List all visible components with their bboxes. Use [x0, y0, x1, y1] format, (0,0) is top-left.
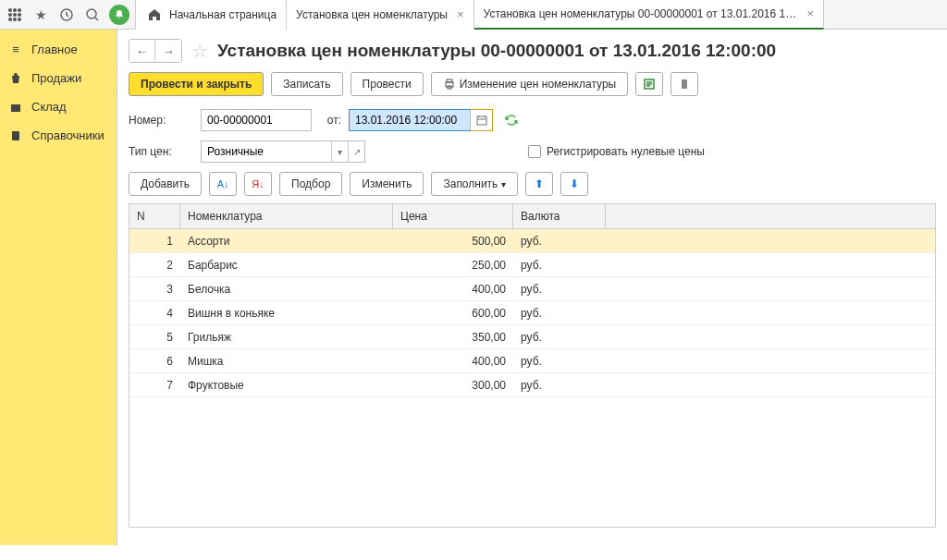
cell-n: 1: [129, 235, 180, 248]
svg-point-1: [13, 8, 17, 12]
save-button[interactable]: Записать: [271, 72, 342, 96]
cell-currency: руб.: [513, 283, 606, 296]
cell-price: 350,00: [393, 331, 513, 344]
svg-point-10: [87, 9, 96, 18]
cell-nom: Ассорти: [180, 235, 393, 248]
table-row[interactable]: 2Барбарис250,00руб.: [129, 253, 935, 277]
cell-n: 2: [129, 259, 180, 272]
col-currency[interactable]: Валюта: [513, 204, 606, 228]
cell-price: 250,00: [393, 259, 513, 272]
pricetype-input[interactable]: [202, 141, 331, 162]
cell-currency: руб.: [513, 355, 606, 368]
attach-button[interactable]: [670, 72, 698, 96]
cell-n: 5: [129, 331, 180, 344]
svg-rect-12: [12, 131, 19, 140]
cell-n: 3: [129, 283, 180, 296]
sidebar-item-warehouse[interactable]: Склад: [0, 92, 117, 121]
sidebar-item-label: Главное: [31, 43, 78, 56]
main-content: ← → ☆ Установка цен номенклатуры 00-0000…: [117, 30, 947, 545]
sort-asc-button[interactable]: А↓: [209, 172, 237, 196]
col-nom[interactable]: Номенклатура: [180, 204, 393, 228]
back-button[interactable]: ←: [129, 40, 155, 62]
forward-button[interactable]: →: [155, 40, 181, 62]
table-row[interactable]: 7Фруктовые300,00руб.: [129, 373, 935, 397]
number-input[interactable]: [201, 109, 312, 131]
svg-point-4: [13, 13, 17, 17]
svg-point-5: [18, 13, 21, 17]
svg-rect-14: [447, 79, 452, 82]
register-zero-checkbox[interactable]: Регистрировать нулевые цены: [528, 145, 705, 158]
cell-price: 400,00: [393, 283, 513, 296]
sidebar-item-refs[interactable]: Справочники: [0, 121, 117, 150]
number-label: Номер:: [129, 114, 193, 127]
table-empty-area[interactable]: [129, 397, 935, 527]
sidebar-item-sales[interactable]: Продажи: [0, 64, 117, 92]
cell-nom: Мишка: [180, 355, 393, 368]
move-down-button[interactable]: ⬇: [560, 172, 588, 196]
pricetype-label: Тип цен:: [129, 145, 193, 158]
tab-pricelist[interactable]: Установка цен номенклатуры ×: [287, 0, 474, 30]
tab-document[interactable]: Установка цен номенклатуры 00-00000001 о…: [474, 0, 825, 30]
cell-price: 500,00: [393, 235, 513, 248]
tab-label: Начальная страница: [169, 8, 277, 21]
table-row[interactable]: 4Вишня в коньяке600,00руб.: [129, 301, 935, 325]
cell-price: 400,00: [393, 355, 513, 368]
cell-nom: Фруктовые: [180, 379, 393, 392]
cell-price: 600,00: [393, 307, 513, 320]
calendar-icon[interactable]: [470, 110, 492, 130]
pick-button[interactable]: Подбор: [279, 172, 342, 196]
chevron-down-icon: ▾: [501, 179, 506, 189]
cell-nom: Барбарис: [180, 259, 393, 272]
cell-nom: Белочка: [180, 283, 393, 296]
favorite-star-icon[interactable]: ☆: [191, 40, 208, 62]
book-icon: [9, 129, 22, 142]
move-up-button[interactable]: ⬆: [525, 172, 553, 196]
svg-point-3: [8, 13, 12, 17]
bell-icon[interactable]: [109, 5, 129, 25]
lines-icon: ≡: [9, 43, 22, 56]
tab-home[interactable]: Начальная страница: [135, 0, 287, 30]
search-icon[interactable]: [83, 6, 102, 24]
items-table: N Номенклатура Цена Валюта 1Ассорти500,0…: [129, 203, 936, 528]
history-icon[interactable]: [57, 6, 76, 24]
svg-rect-18: [477, 116, 486, 125]
checkbox-icon: [528, 145, 541, 158]
open-icon[interactable]: ↗: [348, 141, 364, 162]
cell-currency: руб.: [513, 331, 606, 344]
date-input[interactable]: [350, 110, 470, 130]
apps-icon[interactable]: [6, 6, 24, 24]
date-field: [349, 109, 493, 131]
table-row[interactable]: 3Белочка400,00руб.: [129, 277, 935, 301]
close-icon[interactable]: ×: [807, 6, 815, 20]
report-button[interactable]: [635, 72, 663, 96]
page-title: Установка цен номенклатуры 00-00000001 о…: [217, 41, 776, 61]
table-row[interactable]: 6Мишка400,00руб.: [129, 349, 935, 373]
sort-desc-button[interactable]: Я↓: [244, 172, 272, 196]
cell-nom: Грильяж: [180, 331, 393, 344]
svg-point-6: [8, 18, 12, 21]
table-row[interactable]: 1Ассорти500,00руб.: [129, 229, 935, 253]
cell-n: 4: [129, 307, 180, 320]
fill-button[interactable]: Заполнить ▾: [431, 172, 518, 196]
cell-nom: Вишня в коньяке: [180, 307, 393, 320]
edit-button[interactable]: Изменить: [350, 172, 424, 196]
sidebar-item-main[interactable]: ≡ Главное: [0, 35, 117, 64]
close-icon[interactable]: ×: [457, 7, 464, 21]
add-button[interactable]: Добавить: [129, 172, 202, 196]
tab-label: Установка цен номенклатуры 00-00000001 о…: [484, 7, 798, 20]
star-icon[interactable]: ★: [31, 6, 50, 24]
sidebar-item-label: Продажи: [31, 71, 81, 85]
nav-buttons: ← →: [129, 39, 182, 63]
col-n[interactable]: N: [129, 204, 180, 228]
tab-label: Установка цен номенклатуры: [296, 8, 448, 21]
col-price[interactable]: Цена: [393, 204, 513, 228]
price-change-button[interactable]: Изменение цен номенклатуры: [431, 72, 629, 96]
date-label: от:: [319, 114, 341, 127]
svg-point-0: [8, 8, 12, 12]
table-row[interactable]: 5Грильяж350,00руб.: [129, 325, 935, 349]
repeat-icon[interactable]: [504, 114, 519, 127]
svg-rect-11: [11, 104, 20, 112]
post-button[interactable]: Провести: [351, 72, 424, 96]
chevron-down-icon[interactable]: ▾: [331, 141, 348, 162]
post-close-button[interactable]: Провести и закрыть: [129, 72, 264, 96]
